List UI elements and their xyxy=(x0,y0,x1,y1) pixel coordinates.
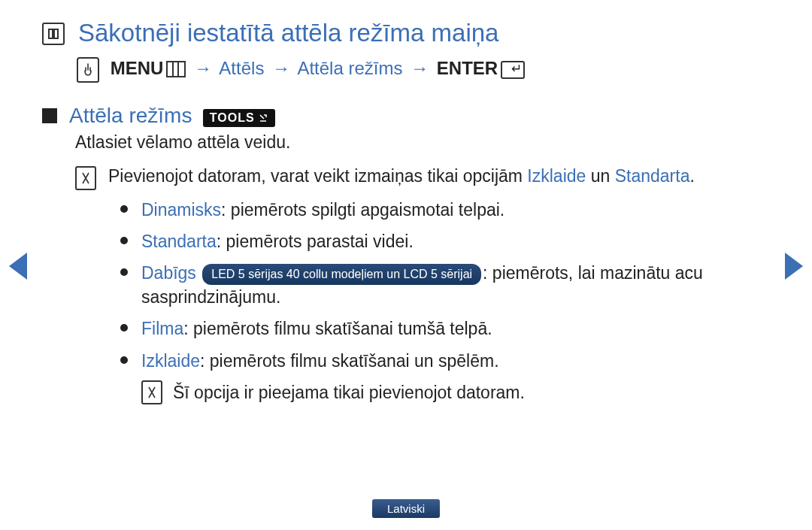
mode-text: : piemērots spilgti apgaismotai telpai. xyxy=(221,200,504,220)
list-item: Dabīgs LED 5 sērijas 40 collu modeļiem u… xyxy=(120,261,770,309)
mode-name: Standarta xyxy=(141,232,217,251)
breadcrumb-step1: Attēls xyxy=(219,58,264,78)
mode-name: Filma xyxy=(141,319,183,338)
breadcrumb: MENU → Attēls → Attēla režīms → ENTER xyxy=(77,57,770,83)
prev-page-button[interactable] xyxy=(9,253,27,280)
list-item: Dinamisks: piemērots spilgti apgaismotai… xyxy=(120,198,770,222)
mode-text: : piemērots filmu skatīšanai un spēlēm. xyxy=(200,351,499,371)
model-badge: LED 5 sērijas 40 collu modeļiem un LCD 5… xyxy=(202,264,481,285)
note-computer-only: Šī opcija ir pieejama tikai pievienojot … xyxy=(173,380,525,404)
hand-icon xyxy=(77,57,99,83)
mode-text: : piemērots parastai videi. xyxy=(217,232,414,251)
note-icon xyxy=(141,380,162,404)
menu-icon xyxy=(166,61,186,77)
section-heading: Attēla režīms xyxy=(69,104,192,127)
enter-icon xyxy=(501,61,525,79)
mode-text: : piemērots filmu skatīšanai tumšā telpā… xyxy=(183,319,492,338)
note-icon xyxy=(75,166,96,190)
tools-badge: TOOLS xyxy=(203,109,275,127)
mode-name: Izklaide xyxy=(141,351,200,371)
list-item: Standarta: piemērots parastai videi. xyxy=(120,229,770,253)
mode-list: Dinamisks: piemērots spilgti apgaismotai… xyxy=(120,198,770,404)
page-title: Sākotnēji iestatītā attēla režīma maiņa xyxy=(78,18,498,48)
section-description: Atlasiet vēlamo attēla veidu. xyxy=(75,132,770,153)
breadcrumb-menu: MENU xyxy=(111,58,164,78)
language-badge: Latviski xyxy=(372,499,440,518)
tools-label: TOOLS xyxy=(210,111,255,125)
note-computer-connect: Pievienojot datoram, varat veikt izmaiņa… xyxy=(108,166,770,186)
next-page-button[interactable] xyxy=(785,253,803,280)
mode-name: Dabīgs xyxy=(141,263,196,283)
mode-name: Dinamisks xyxy=(141,200,221,220)
breadcrumb-step2: Attēla režīms xyxy=(297,58,402,78)
breadcrumb-enter: ENTER xyxy=(437,58,498,78)
square-bullet-icon xyxy=(42,108,57,123)
list-item: Izklaide: piemērots filmu skatīšanai un … xyxy=(120,349,770,404)
list-item: Filma: piemērots filmu skatīšanai tumšā … xyxy=(120,316,770,341)
book-icon xyxy=(42,23,65,45)
